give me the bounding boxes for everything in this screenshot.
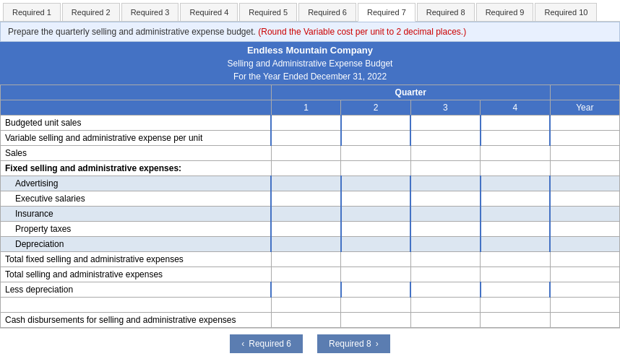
col-num-row: 1 2 3 4 Year [1,100,620,116]
val-q1 [271,267,340,282]
quarter-label: Quarter [271,85,550,100]
input-q3[interactable] [410,131,480,146]
val-q2 [341,267,410,282]
input-q4[interactable] [481,176,550,191]
input-q1[interactable] [271,282,340,298]
col-year: Year [550,100,619,116]
input-q4[interactable] [481,237,550,252]
input-q1[interactable] [271,222,340,237]
next-label: Required 8 [329,339,371,349]
row-label: Property taxes [1,222,272,237]
tab-required-2[interactable]: Required 2 [62,3,120,21]
table-row: Property taxes [1,222,620,237]
row-label: Depreciation [1,237,272,252]
input-q3[interactable] [410,237,480,252]
input-q3[interactable] [410,191,480,207]
table-row: Less depreciation [1,282,620,298]
input-q3[interactable] [410,222,480,237]
input-q1[interactable] [271,237,340,252]
input-q2[interactable] [341,131,410,146]
tab-required-9[interactable]: Required 9 [476,3,534,21]
input-q2[interactable] [341,237,410,252]
row-label: Executive salaries [1,191,272,207]
prev-button[interactable]: ‹ Required 6 [230,334,303,353]
input-q4[interactable] [481,131,550,146]
input-q2[interactable] [341,222,410,237]
tab-required-6[interactable]: Required 6 [298,3,356,21]
input-q4[interactable] [481,222,550,237]
table-row: Sales [1,146,620,161]
input-q3[interactable] [410,207,480,222]
val-year [550,298,619,313]
input-year[interactable] [550,176,619,191]
val-q2 [341,146,410,161]
val-q1 [271,252,340,267]
input-q3[interactable] [410,176,480,191]
input-q2[interactable] [341,176,410,191]
val-year [550,252,619,267]
tab-required-3[interactable]: Required 3 [121,3,179,21]
row-label: Sales [1,146,272,161]
date-line: For the Year Ended December 31, 2022 [0,70,620,84]
input-q1[interactable] [271,131,340,146]
val-q2 [341,161,410,176]
input-q2[interactable] [341,116,410,131]
input-q1[interactable] [271,207,340,222]
tab-required-8[interactable]: Required 8 [417,3,475,21]
table-row [1,298,620,313]
input-q3[interactable] [410,282,480,298]
tab-required-5[interactable]: Required 5 [239,3,297,21]
input-q4[interactable] [481,207,550,222]
next-button[interactable]: Required 8 › [317,334,390,353]
input-q4[interactable] [481,116,550,131]
table-row: Variable selling and administrative expe… [1,131,620,146]
val-q4 [481,313,550,328]
val-year [550,267,619,282]
val-q1 [271,298,340,313]
input-q2[interactable] [341,207,410,222]
tab-required-7[interactable]: Required 7 [358,3,416,22]
input-year[interactable] [550,222,619,237]
row-label: Total fixed selling and administrative e… [1,252,272,267]
input-q1[interactable] [271,116,340,131]
val-q4 [481,146,550,161]
next-chevron-icon: › [376,339,379,349]
tab-required-4[interactable]: Required 4 [180,3,238,21]
input-year[interactable] [550,237,619,252]
input-q4[interactable] [481,191,550,207]
table-header: Endless Mountain Company Selling and Adm… [0,42,620,84]
input-year[interactable] [550,191,619,207]
input-q2[interactable] [341,191,410,207]
val-q3 [410,267,480,282]
bottom-nav: ‹ Required 6 Required 8 › [0,328,620,359]
input-q1[interactable] [271,176,340,191]
input-year[interactable] [550,282,619,298]
val-q3 [410,146,480,161]
val-q2 [341,313,410,328]
val-year [550,161,619,176]
input-year[interactable] [550,207,619,222]
val-q3 [410,252,480,267]
input-q4[interactable] [481,282,550,298]
table-row: Cash disbursements for selling and admin… [1,313,620,328]
quarter-label-empty [1,85,272,100]
val-year [550,146,619,161]
row-label: Fixed selling and administrative expense… [1,161,272,176]
budget-table-container: Endless Mountain Company Selling and Adm… [0,42,620,328]
input-q2[interactable] [341,282,410,298]
input-q3[interactable] [410,116,480,131]
input-q1[interactable] [271,191,340,207]
table-row: Depreciation [1,237,620,252]
table-row: Insurance [1,207,620,222]
row-label: Total selling and administrative expense… [1,267,272,282]
prev-chevron-icon: ‹ [241,339,244,349]
col-2: 2 [341,100,410,116]
input-year[interactable] [550,116,619,131]
val-q3 [410,161,480,176]
instruction-text: Prepare the quarterly selling and admini… [8,27,256,37]
row-label [1,298,272,313]
tab-required-1[interactable]: Required 1 [3,3,61,21]
tab-required-10[interactable]: Required 10 [535,3,597,21]
quarter-header-row: Quarter [1,85,620,100]
input-year[interactable] [550,131,619,146]
